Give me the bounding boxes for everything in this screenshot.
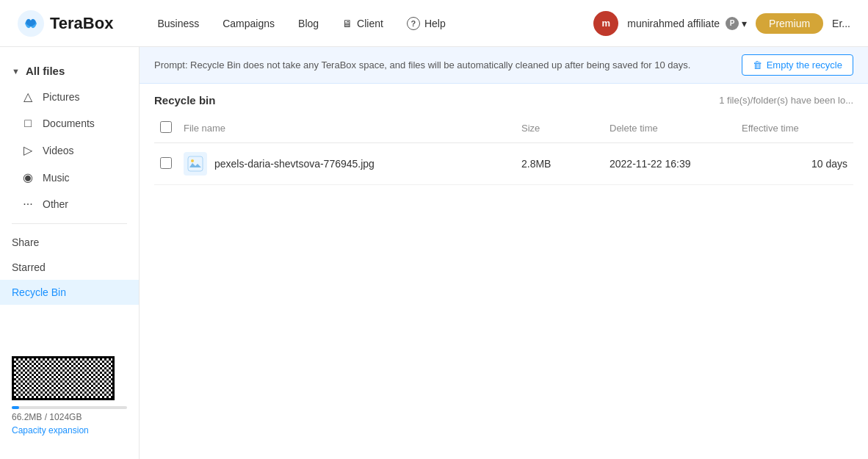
nav-blog[interactable]: Blog [298, 18, 319, 29]
recycle-bin-label: Recycle Bin [12, 286, 66, 298]
sidebar-item-other[interactable]: ··· Other [0, 191, 139, 217]
col-size-header: Size [516, 114, 604, 143]
prompt-bar: Prompt: Recycle Bin does not take any Te… [140, 47, 868, 84]
sidebar-item-music[interactable]: ◉ Music [0, 164, 139, 191]
row-delete-time-cell: 2022-11-22 16:39 [604, 143, 736, 185]
col-checkbox [154, 114, 178, 143]
sidebar-item-videos-label: Videos [43, 145, 74, 156]
logo[interactable]: TeraBox [18, 10, 113, 37]
all-files-label: All files [26, 65, 65, 77]
share-label: Share [12, 236, 39, 248]
nav-campaigns[interactable]: Campaigns [223, 18, 275, 29]
file-thumbnail-icon [184, 152, 207, 176]
recycle-header: Recycle bin 1 file(s)/folder(s) have bee… [154, 84, 853, 114]
help-icon: ? [407, 17, 420, 30]
pictures-icon: △ [21, 90, 35, 104]
recycle-count: 1 file(s)/folder(s) have been lo... [719, 95, 853, 106]
file-table: File name Size Delete time Effective tim… [154, 114, 853, 185]
videos-icon: ▷ [21, 143, 35, 157]
sidebar-item-other-label: Other [43, 198, 68, 210]
header-right: m munirahmed affiliate P ▾ Premium Er... [593, 11, 850, 36]
sidebar: ▼ All files △ Pictures □ Documents ▷ Vid… [0, 47, 140, 459]
empty-recycle-button[interactable]: 🗑 Empty the recycle [742, 54, 853, 76]
sidebar-link-share[interactable]: Share [0, 230, 139, 255]
svg-point-2 [191, 159, 194, 162]
all-files-item[interactable]: ▼ All files [0, 59, 139, 83]
col-filename-header: File name [178, 114, 516, 143]
table-header-row: File name Size Delete time Effective tim… [154, 114, 853, 143]
sidebar-item-documents-label: Documents [43, 118, 95, 129]
sidebar-item-pictures-label: Pictures [43, 91, 80, 103]
earn-text: Er... [832, 18, 850, 29]
row-filename-cell: pexels-daria-shevtsova-776945.jpg [178, 143, 516, 185]
qr-code [12, 356, 115, 400]
username: munirahmed affiliate P ▾ [627, 17, 747, 30]
documents-icon: □ [21, 117, 35, 130]
sidebar-item-music-label: Music [43, 172, 70, 184]
sidebar-item-videos[interactable]: ▷ Videos [0, 137, 139, 164]
row-checkbox[interactable] [160, 157, 172, 169]
p-badge: P [726, 17, 739, 30]
content-area: Recycle bin 1 file(s)/folder(s) have bee… [140, 84, 868, 459]
storage-bar-fill [12, 406, 19, 409]
empty-recycle-label: Empty the recycle [767, 59, 842, 71]
main-nav: Business Campaigns Blog 🖥 Client ? Help [157, 17, 593, 30]
storage-section: 66.2MB / 1024GB Capacity expansion [0, 344, 139, 447]
avatar: m [593, 11, 618, 36]
sidebar-divider-1 [12, 223, 127, 224]
row-effective-time-cell: 10 days [736, 143, 853, 185]
dropdown-arrow-icon[interactable]: ▾ [742, 18, 747, 29]
file-name-text: pexels-daria-shevtsova-776945.jpg [214, 158, 375, 170]
other-icon: ··· [21, 198, 35, 211]
select-all-checkbox[interactable] [160, 121, 172, 133]
starred-label: Starred [12, 261, 46, 273]
monitor-icon: 🖥 [342, 18, 352, 29]
main-content: Prompt: Recycle Bin does not take any Te… [140, 47, 868, 459]
col-delete-header: Delete time [604, 114, 736, 143]
sidebar-item-pictures[interactable]: △ Pictures [0, 83, 139, 110]
capacity-expansion-link[interactable]: Capacity expansion [12, 425, 127, 435]
row-size-cell: 2.8MB [516, 143, 604, 185]
sidebar-item-documents[interactable]: □ Documents [0, 110, 139, 137]
trash-icon: 🗑 [753, 59, 762, 71]
sidebar-link-recycle-bin[interactable]: Recycle Bin [0, 280, 139, 305]
recycle-bin-title: Recycle bin [154, 94, 215, 106]
row-checkbox-cell [154, 143, 178, 185]
prompt-text: Prompt: Recycle Bin does not take any Te… [154, 59, 742, 71]
terabox-logo-icon [18, 10, 44, 37]
header: TeraBox Business Campaigns Blog 🖥 Client… [0, 0, 868, 47]
layout: ▼ All files △ Pictures □ Documents ▷ Vid… [0, 47, 868, 459]
premium-button[interactable]: Premium [756, 13, 823, 34]
nav-help[interactable]: ? Help [407, 17, 446, 30]
nav-client[interactable]: 🖥 Client [342, 18, 383, 29]
sidebar-link-starred[interactable]: Starred [0, 255, 139, 280]
file-name-cell: pexels-daria-shevtsova-776945.jpg [184, 152, 510, 176]
logo-text: TeraBox [50, 14, 113, 33]
table-row: pexels-daria-shevtsova-776945.jpg 2.8MB … [154, 143, 853, 185]
storage-bar-background [12, 406, 127, 409]
col-effective-header: Effective time [736, 114, 853, 143]
storage-text: 66.2MB / 1024GB [12, 412, 127, 422]
all-files-arrow-icon: ▼ [12, 67, 20, 76]
music-icon: ◉ [21, 170, 35, 184]
svg-rect-1 [188, 156, 203, 171]
nav-business[interactable]: Business [157, 18, 199, 29]
